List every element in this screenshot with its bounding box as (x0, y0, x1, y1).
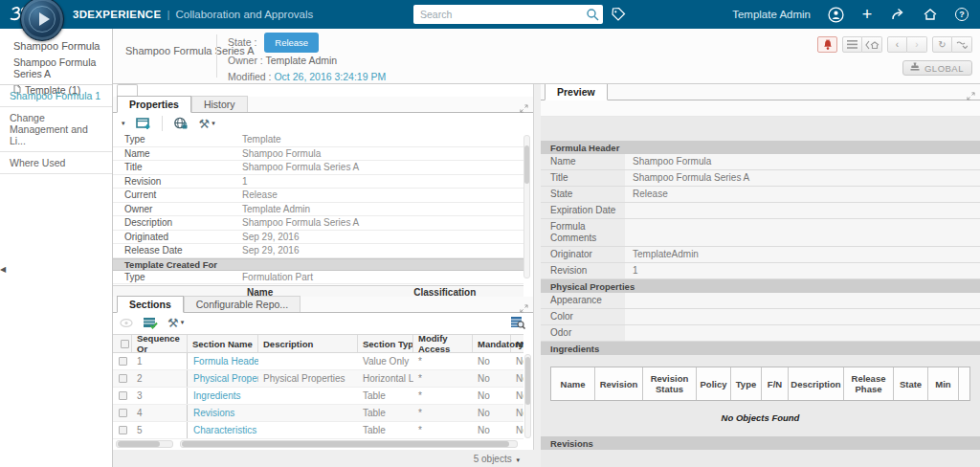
property-row: Revision 1 (113, 175, 523, 189)
property-label: Title (113, 162, 242, 172)
frozen-columns-scrollbar[interactable] (116, 440, 173, 448)
scroll-thumb[interactable] (524, 145, 529, 184)
row-checkbox[interactable] (119, 374, 127, 383)
refresh-icon[interactable]: ↻ (932, 36, 952, 53)
state-badge[interactable]: Release (264, 33, 319, 53)
row-checkbox[interactable] (119, 426, 127, 434)
owner-value: Template Admin (266, 55, 338, 66)
preview-row: Revision 1 (541, 263, 980, 279)
property-label: Revision (113, 176, 242, 187)
section-name-link[interactable]: Characteristics (188, 425, 258, 435)
ingredients-column: Name (551, 367, 595, 400)
section-row[interactable]: 4 Revisions Table * No No (113, 405, 523, 422)
preferences-icon[interactable] (952, 36, 972, 53)
global-button[interactable]: GLOBAL (902, 60, 972, 76)
home-icon[interactable] (922, 6, 939, 23)
section-row[interactable]: 2 Physical Proper... Physical Properties… (113, 370, 523, 388)
search-icon[interactable] (586, 8, 599, 21)
sidebar: Shampoo Formula Shampoo Formula Series A… (0, 29, 113, 467)
objects-count[interactable]: 5 objects ▾ (474, 454, 520, 464)
section-row[interactable]: 1 Formula Header Value Only * No No (113, 353, 523, 370)
share-icon[interactable] (890, 6, 907, 23)
property-value: Sep 29, 2016 (242, 232, 523, 242)
preview-value: Release (625, 187, 980, 202)
header-divider (216, 34, 217, 78)
section-name-link[interactable]: Ingredients (188, 390, 258, 401)
tools-icon[interactable]: ⚒▾ (167, 317, 184, 329)
table-scrollbar[interactable] (180, 440, 518, 448)
brand-separator: | (167, 9, 169, 20)
forward-icon[interactable]: › (907, 36, 927, 53)
home-back-icon[interactable] (862, 36, 882, 53)
col-sequence[interactable]: Sequence Or (132, 335, 188, 352)
export-report-icon[interactable] (510, 316, 525, 329)
tab[interactable]: Configurable Repo... (184, 296, 301, 312)
back-icon[interactable]: ‹ (887, 36, 907, 53)
col-description[interactable]: Description (258, 335, 358, 352)
ingredients-column: Release Phase (844, 367, 894, 400)
modified-value[interactable]: Oct 26, 2016 3:24:19 PM (274, 71, 386, 82)
user-profile-icon[interactable] (827, 6, 844, 23)
row-checkbox[interactable] (119, 409, 127, 417)
section-row[interactable]: 5 Characteristics Table * No No (113, 422, 523, 439)
section-name-link[interactable]: Formula Header (188, 356, 258, 367)
menu-actions-icon[interactable]: ▾ (120, 120, 125, 127)
panel-collapse-icon[interactable]: ◀ (0, 265, 6, 274)
col-maintain[interactable]: Mainta (511, 335, 523, 352)
tools-icon[interactable]: ⚒▾ (199, 118, 215, 130)
help-icon[interactable]: ? (953, 6, 970, 23)
property-row: Title Shampoo Formula Series A (113, 161, 523, 175)
page-header: Shampoo Formula Series A State : Release… (113, 29, 980, 84)
properties-scrollbar[interactable] (523, 135, 530, 278)
preview-value (625, 293, 980, 308)
ingredients-column: Type (731, 367, 762, 400)
sidebar-item[interactable]: Change Management and Li... (0, 107, 112, 152)
preview-label: Title (541, 170, 625, 186)
row-checkbox[interactable] (119, 391, 127, 400)
sidebar-item[interactable]: Where Used (0, 152, 112, 174)
property-value: Formulation Part (242, 272, 523, 282)
add-window-icon[interactable] (136, 117, 151, 130)
user-name[interactable]: Template Admin (732, 9, 811, 20)
apply-table-icon[interactable] (143, 317, 158, 329)
cell-sequence: 4 (132, 405, 188, 421)
tab-label: History (204, 99, 235, 110)
section-name-link[interactable]: Physical Proper... (188, 373, 258, 384)
cell-sequence: 1 (132, 353, 188, 369)
select-all-checkbox[interactable] (113, 335, 132, 352)
col-mandatory[interactable]: Mandatory (473, 335, 511, 352)
col-modify-access[interactable]: Modify Access (413, 335, 473, 352)
preview-row: Appearance (541, 293, 980, 309)
subscriptions-alert-icon[interactable]: 32 (817, 36, 837, 53)
col-section-type[interactable]: Section Type (358, 335, 413, 352)
cell-maintain: No (511, 390, 523, 401)
sections-scrollbar[interactable] (524, 354, 531, 438)
tab[interactable]: Sections (117, 296, 184, 313)
col-section-name[interactable]: Section Name (188, 335, 258, 352)
tab-preview[interactable]: Preview (545, 83, 608, 100)
search-input[interactable] (413, 9, 586, 20)
preview-row: Title Shampoo Formula Series A (541, 170, 980, 187)
tag-icon[interactable] (611, 7, 628, 22)
add-icon[interactable]: + (858, 6, 876, 23)
preview-section-header: Revisions (541, 436, 980, 450)
preview-row: Odor (541, 325, 980, 342)
property-value: Release (242, 189, 523, 200)
globe-lock-icon[interactable] (173, 117, 189, 130)
section-name-link[interactable]: Revisions (188, 408, 258, 418)
list-view-icon[interactable] (842, 36, 862, 53)
sections-table-header: Sequence Or Section Name Description Sec… (113, 334, 523, 353)
sidebar-item[interactable]: Shampoo Formula 1 (0, 85, 112, 107)
sidebar-item-label: Shampoo Formula 1 (10, 90, 100, 101)
preview-row: Formula Comments (541, 219, 980, 247)
tab[interactable]: Properties (117, 96, 191, 113)
tab-label: Properties (129, 99, 179, 110)
property-row: Owner Template Admin (113, 203, 523, 217)
preview-value (625, 325, 980, 341)
tab[interactable]: History (191, 96, 248, 112)
section-row[interactable]: 3 Ingredients Table * No No (113, 388, 523, 405)
eye-icon[interactable] (120, 319, 133, 327)
row-checkbox[interactable] (119, 357, 127, 366)
ingredients-column: F/N (762, 367, 789, 400)
subtable-col-classification: Classification (413, 287, 476, 298)
